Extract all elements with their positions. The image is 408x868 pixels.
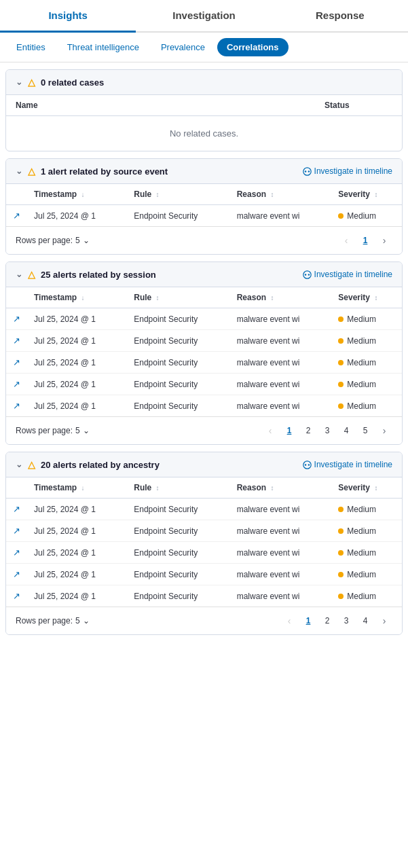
chevron-down-icon-session[interactable]: ⌄: [16, 270, 22, 279]
sub-tab-correlations[interactable]: Correlations: [217, 38, 289, 56]
section-header-left-session: ⌄ △ 25 alerts related by session: [16, 269, 156, 280]
cell-severity: Medium: [331, 542, 402, 564]
col-header-reason-session: Reason ↕: [230, 287, 332, 308]
rows-per-page-source[interactable]: Rows per page: 5 ⌄: [16, 236, 90, 245]
cell-severity: Medium: [331, 308, 402, 330]
investigate-timeline-link-session[interactable]: Investigate in timeline: [303, 270, 392, 279]
col-header-reason-ancestry: Reason ↕: [230, 477, 332, 499]
cell-timestamp: Jul 25, 2024 @ 1: [27, 205, 127, 227]
row-link-icon[interactable]: ↗: [13, 211, 20, 221]
col-header-severity-session: Severity ↕: [331, 287, 402, 308]
col-header-status: Status: [324, 101, 392, 110]
warning-icon-ancestry: △: [28, 459, 35, 470]
row-link-icon[interactable]: ↗: [13, 526, 20, 536]
page-next-ancestry[interactable]: ›: [376, 613, 392, 629]
section-header-related-cases: ⌄ △ 0 related cases: [6, 70, 402, 95]
col-header-reason-source: Reason ↕: [230, 184, 332, 205]
sub-tab-entities[interactable]: Entities: [7, 38, 55, 56]
page-1-session[interactable]: 1: [281, 422, 297, 439]
cell-rule: Endpoint Security: [127, 564, 229, 585]
table-row: ↗ Jul 25, 2024 @ 1 Endpoint Security mal…: [6, 352, 402, 374]
row-link-icon[interactable]: ↗: [13, 569, 20, 579]
section-title-ancestry: 20 alerts related by ancestry: [41, 460, 160, 470]
rows-per-page-ancestry[interactable]: Rows per page: 5 ⌄: [16, 616, 90, 626]
svg-point-5: [308, 274, 309, 275]
row-link-icon[interactable]: ↗: [13, 401, 20, 411]
row-link-icon[interactable]: ↗: [13, 504, 20, 514]
tab-investigation[interactable]: Investigation: [136, 0, 272, 31]
row-link-icon[interactable]: ↗: [13, 314, 20, 324]
table-row: ↗ Jul 25, 2024 @ 1 Endpoint Security mal…: [6, 564, 402, 585]
cell-rule: Endpoint Security: [127, 542, 229, 564]
row-link-icon[interactable]: ↗: [13, 591, 20, 601]
section-header-left: ⌄ △ 0 related cases: [16, 77, 104, 88]
chevron-down-icon-ancestry[interactable]: ⌄: [16, 460, 22, 469]
section-header-ancestry: ⌄ △ 20 alerts related by ancestry Invest…: [6, 452, 402, 477]
sub-tab-prevalence[interactable]: Prevalence: [151, 38, 215, 56]
cell-reason: malware event wi: [230, 395, 332, 417]
svg-point-7: [304, 464, 305, 465]
cell-timestamp: Jul 25, 2024 @ 1: [27, 374, 127, 395]
svg-point-2: [308, 170, 309, 172]
rows-per-page-session[interactable]: Rows per page: 5 ⌄: [16, 426, 90, 435]
page-4-session[interactable]: 4: [338, 422, 354, 439]
table-header-row: Timestamp ↓ Rule ↕ Reason ↕ Severity ↕: [6, 184, 402, 205]
cell-reason: malware event wi: [230, 585, 332, 607]
section-header-left-source: ⌄ △ 1 alert related by source event: [16, 166, 168, 177]
tab-response[interactable]: Response: [272, 0, 408, 31]
table-header-row-ancestry: Timestamp ↓ Rule ↕ Reason ↕ Severity ↕: [6, 477, 402, 499]
investigate-timeline-link-source[interactable]: Investigate in timeline: [303, 166, 392, 176]
page-1-source[interactable]: 1: [357, 232, 373, 249]
page-3-session[interactable]: 3: [319, 422, 335, 439]
page-nav-session: ‹ 1 2 3 4 5 ›: [262, 422, 392, 439]
severity-dot: [338, 317, 344, 322]
pagination-ancestry: Rows per page: 5 ⌄ ‹ 1 2 3 4 ›: [6, 607, 402, 634]
section-header-left-ancestry: ⌄ △ 20 alerts related by ancestry: [16, 459, 160, 470]
table-row: ↗ Jul 25, 2024 @ 1 Endpoint Security mal…: [6, 499, 402, 520]
page-2-session[interactable]: 2: [300, 422, 316, 439]
cell-reason: malware event wi: [230, 520, 332, 542]
row-link-icon[interactable]: ↗: [13, 357, 20, 367]
severity-dot: [338, 528, 344, 534]
row-link-icon[interactable]: ↗: [13, 547, 20, 558]
page-5-session[interactable]: 5: [357, 422, 373, 439]
table-row: ↗ Jul 25, 2024 @ 1 Endpoint Security mal…: [6, 330, 402, 352]
page-next-session[interactable]: ›: [376, 422, 392, 439]
section-header-session: ⌄ △ 25 alerts related by session Investi…: [6, 262, 402, 287]
cell-reason: malware event wi: [230, 352, 332, 374]
svg-point-1: [304, 170, 305, 172]
cell-rule: Endpoint Security: [127, 585, 229, 607]
svg-point-3: [303, 270, 310, 278]
row-link-icon[interactable]: ↗: [13, 379, 20, 389]
page-4-ancestry[interactable]: 4: [357, 613, 373, 629]
section-session: ⌄ △ 25 alerts related by session Investi…: [5, 261, 403, 445]
section-source-event: ⌄ △ 1 alert related by source event Inve…: [5, 158, 403, 255]
cell-severity: Medium: [331, 585, 402, 607]
warning-icon-session: △: [28, 269, 35, 280]
section-title-source-event: 1 alert related by source event: [41, 166, 168, 177]
col-header-link-ancestry: [6, 477, 27, 499]
sub-tab-threat-intelligence[interactable]: Threat intelligence: [58, 38, 149, 56]
chevron-down-icon-rows: ⌄: [83, 236, 90, 245]
page-2-ancestry[interactable]: 2: [319, 613, 335, 629]
severity-dot: [338, 403, 344, 409]
page-1-ancestry[interactable]: 1: [300, 613, 316, 629]
cell-timestamp: Jul 25, 2024 @ 1: [27, 585, 127, 607]
col-header-rule-session: Rule ↕: [127, 287, 229, 308]
chevron-down-icon[interactable]: ⌄: [16, 77, 22, 87]
page-3-ancestry[interactable]: 3: [338, 613, 354, 629]
investigate-timeline-link-ancestry[interactable]: Investigate in timeline: [303, 460, 392, 469]
cell-severity: Medium: [331, 520, 402, 542]
chevron-down-icon-source[interactable]: ⌄: [16, 166, 22, 176]
row-link-icon[interactable]: ↗: [13, 336, 20, 346]
tab-insights[interactable]: Insights: [0, 0, 136, 33]
cell-reason: malware event wi: [230, 330, 332, 352]
severity-dot: [338, 360, 344, 365]
chevron-down-icon-rows-ancestry: ⌄: [83, 616, 90, 626]
cell-timestamp: Jul 25, 2024 @ 1: [27, 352, 127, 374]
table-row: ↗ Jul 25, 2024 @ 1 Endpoint Security mal…: [6, 308, 402, 330]
table-row: ↗ Jul 25, 2024 @ 1 Endpoint Security mal…: [6, 395, 402, 417]
cell-severity: Medium: [331, 352, 402, 374]
cell-rule: Endpoint Security: [127, 330, 229, 352]
chevron-down-icon-rows-session: ⌄: [83, 426, 90, 435]
